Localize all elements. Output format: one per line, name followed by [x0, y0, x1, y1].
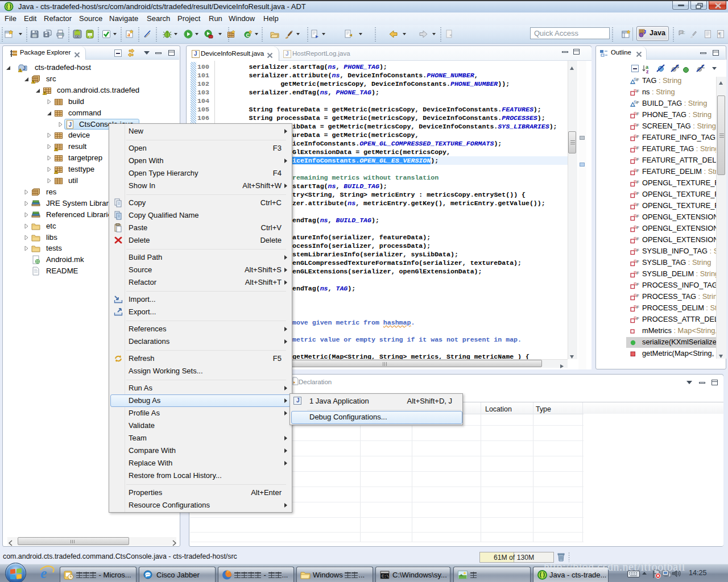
svg-text:J: J: [643, 29, 646, 35]
svg-text:F: F: [636, 236, 639, 242]
svg-text:F: F: [636, 134, 639, 139]
svg-text:F: F: [636, 77, 639, 82]
svg-text:F: F: [636, 146, 639, 151]
svg-text:F: F: [636, 89, 639, 94]
svg-text:F: F: [636, 180, 639, 185]
svg-text:C: C: [682, 30, 685, 35]
svg-text:J: J: [23, 65, 26, 71]
svg-text:a: a: [127, 31, 130, 38]
svg-text:F: F: [636, 271, 639, 276]
svg-text:F: F: [636, 259, 639, 264]
svg-text:F: F: [636, 316, 639, 321]
svg-text:¶: ¶: [718, 31, 721, 38]
svg-text:F: F: [636, 202, 639, 207]
svg-text:F: F: [636, 225, 639, 230]
svg-text:F: F: [636, 282, 639, 287]
svg-text:F: F: [636, 168, 639, 173]
svg-text:F: F: [636, 248, 639, 253]
svg-text:F: F: [636, 111, 639, 117]
svg-text:F: F: [636, 305, 639, 310]
svg-text:F: F: [636, 191, 639, 196]
svg-text:F: F: [636, 157, 639, 162]
svg-text:C:\: C:\: [382, 574, 389, 579]
svg-text:F: F: [636, 123, 639, 128]
svg-text:z: z: [646, 69, 649, 73]
svg-text:F: F: [636, 100, 639, 105]
svg-text:F: F: [636, 293, 639, 298]
svg-text:J: J: [69, 122, 72, 128]
svg-text:F: F: [636, 214, 639, 219]
